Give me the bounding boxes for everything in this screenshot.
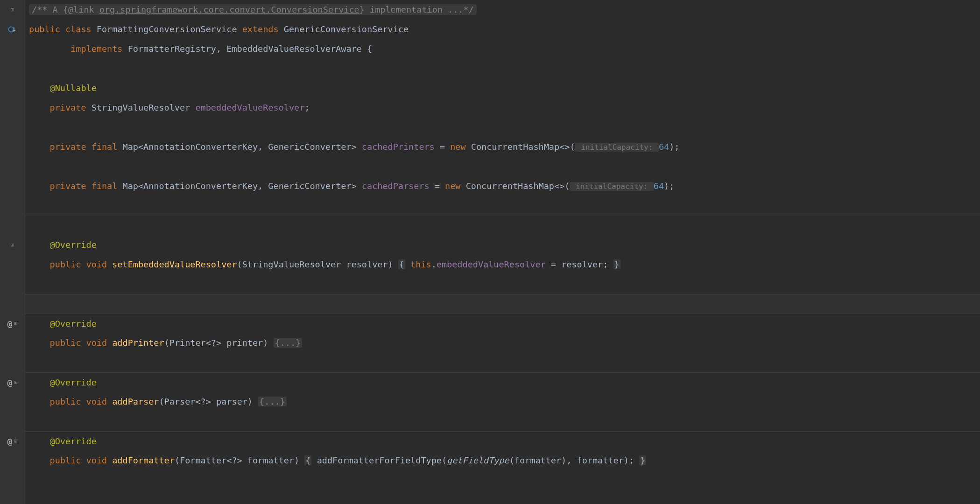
caret-line[interactable] [25,294,980,314]
gutter-row[interactable] [0,20,25,39]
code-line[interactable]: public class FormattingConversionService… [25,20,980,39]
expand-icon[interactable]: ⊞ [11,242,14,248]
gutter-override-row[interactable]: @⊞ [0,314,25,333]
expand-icon[interactable]: ⊞ [11,7,14,13]
code-line[interactable]: @Override [25,314,980,333]
expand-icon[interactable]: ⊞ [14,320,17,327]
gutter-fold-row[interactable]: ⊞ [0,0,25,20]
expand-icon[interactable]: ⊞ [14,379,17,385]
folded-code[interactable]: {...} [258,397,287,406]
parameter-hint: initialCapacity: [570,182,653,191]
gutter-override-row[interactable]: @⊞ [0,431,25,451]
code-line[interactable]: public void setEmbeddedValueResolver(Str… [25,255,980,274]
code-line[interactable]: private StringValueResolver embeddedValu… [25,98,980,118]
code-line[interactable]: implements FormatterRegistry, EmbeddedVa… [25,39,980,59]
code-line[interactable]: @Nullable [25,78,980,98]
parameter-hint: initialCapacity: [575,143,659,152]
expand-icon[interactable]: ⊞ [14,438,17,444]
svg-point-0 [8,27,14,32]
code-line[interactable]: @Override [25,372,980,392]
code-line[interactable]: @Override [25,235,980,255]
code-line[interactable]: @Override [25,431,980,451]
gutter-override-row[interactable]: @⊞ [0,372,25,392]
folded-code[interactable]: {...} [274,338,303,348]
override-icon[interactable]: @ [7,319,12,329]
code-editor[interactable]: ⊞ ⊞ @⊞ @⊞ @⊞ /** A [0,0,980,504]
code-area[interactable]: /** A {@link org.springframework.core.co… [25,0,980,504]
override-icon[interactable]: @ [7,378,12,387]
gutter: ⊞ ⊞ @⊞ @⊞ @⊞ [0,0,25,504]
gutter-fold-row[interactable]: ⊞ [0,235,25,255]
code-line[interactable]: public void addParser(Parser<?> parser) … [25,392,980,412]
implementing-icon[interactable] [8,26,17,33]
code-line[interactable]: private final Map<AnnotationConverterKey… [25,176,980,196]
override-icon[interactable]: @ [7,436,12,446]
code-line[interactable]: public void addFormatter(Formatter<?> fo… [25,451,980,470]
code-line[interactable]: private final Map<AnnotationConverterKey… [25,137,980,157]
code-line-comment[interactable]: /** A {@link org.springframework.core.co… [25,0,980,20]
code-line[interactable]: public void addPrinter(Printer<?> printe… [25,333,980,353]
